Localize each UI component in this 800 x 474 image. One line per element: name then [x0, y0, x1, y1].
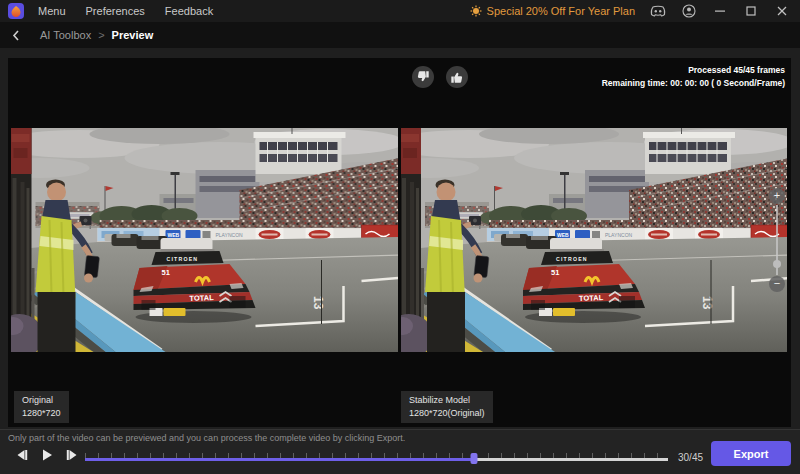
transport-controls [14, 447, 80, 463]
play-icon [40, 448, 54, 462]
preview-notice: Only part of the video can be previewed … [8, 433, 405, 443]
progress-slider[interactable] [85, 450, 668, 468]
original-video-pane [11, 128, 398, 352]
processed-frames-text: Processed 45/45 frames [602, 64, 785, 77]
thumbs-up-button[interactable] [446, 66, 468, 88]
zoom-control: + − [769, 188, 785, 292]
maximize-icon[interactable] [743, 3, 759, 19]
title-bar: Menu Preferences Feedback Special 20% Of… [0, 0, 800, 22]
original-video-label: Original 1280*720 [14, 391, 69, 423]
progress-fill [85, 458, 474, 461]
promo-sun-icon [470, 5, 482, 17]
thumbs-up-icon [450, 70, 464, 84]
stabilized-video-label: Stabilize Model 1280*720(Original) [401, 391, 493, 423]
previous-frame-icon [15, 448, 29, 462]
menu-item-preferences[interactable]: Preferences [86, 5, 145, 17]
thumbs-down-button[interactable] [412, 66, 434, 88]
discord-icon[interactable] [650, 3, 666, 19]
app-menu: Menu Preferences Feedback [38, 5, 213, 17]
next-frame-icon [65, 448, 79, 462]
promo-label: Special 20% Off For Year Plan [487, 5, 635, 17]
promo-banner[interactable]: Special 20% Off For Year Plan [470, 5, 635, 17]
close-icon[interactable] [774, 3, 790, 19]
stabilized-video-pane [401, 128, 787, 352]
original-video-frame [11, 128, 398, 352]
app-logo [8, 3, 24, 19]
preview-panel: Processed 45/45 frames Remaining time: 0… [8, 58, 791, 427]
back-button[interactable] [10, 28, 24, 42]
original-label-title: Original [22, 394, 61, 407]
main-area: Processed 45/45 frames Remaining time: 0… [0, 48, 800, 429]
export-button[interactable]: Export [711, 441, 791, 466]
menu-item-menu[interactable]: Menu [38, 5, 66, 17]
next-frame-button[interactable] [64, 447, 80, 463]
previous-frame-button[interactable] [14, 447, 30, 463]
frame-counter: 30/45 [678, 452, 703, 463]
progress-handle[interactable] [470, 453, 477, 464]
breadcrumb: AI Toolbox > Preview [40, 29, 153, 41]
bottom-bar: Only part of the video can be previewed … [0, 429, 800, 474]
stabilized-label-title: Stabilize Model [409, 394, 485, 407]
play-button[interactable] [39, 447, 55, 463]
zoom-in-button[interactable]: + [769, 188, 785, 204]
account-icon[interactable] [681, 3, 697, 19]
thumbs-down-icon [416, 70, 430, 84]
minimize-icon[interactable] [712, 3, 728, 19]
breadcrumb-separator: > [98, 29, 104, 41]
process-status: Processed 45/45 frames Remaining time: 0… [602, 64, 785, 90]
zoom-out-button[interactable]: − [769, 276, 785, 292]
original-label-resolution: 1280*720 [22, 407, 61, 420]
stabilized-label-resolution: 1280*720(Original) [409, 407, 485, 420]
breadcrumb-section[interactable]: AI Toolbox [40, 29, 91, 41]
menu-item-feedback[interactable]: Feedback [165, 5, 213, 17]
breadcrumb-page: Preview [112, 29, 154, 41]
breadcrumb-bar: AI Toolbox > Preview [0, 22, 800, 48]
feedback-buttons [412, 66, 468, 88]
stabilized-video-frame [401, 128, 787, 352]
zoom-slider-handle[interactable] [773, 260, 781, 268]
remaining-time-text: Remaining time: 00: 00: 00 ( 0 Second/Fr… [602, 77, 785, 90]
